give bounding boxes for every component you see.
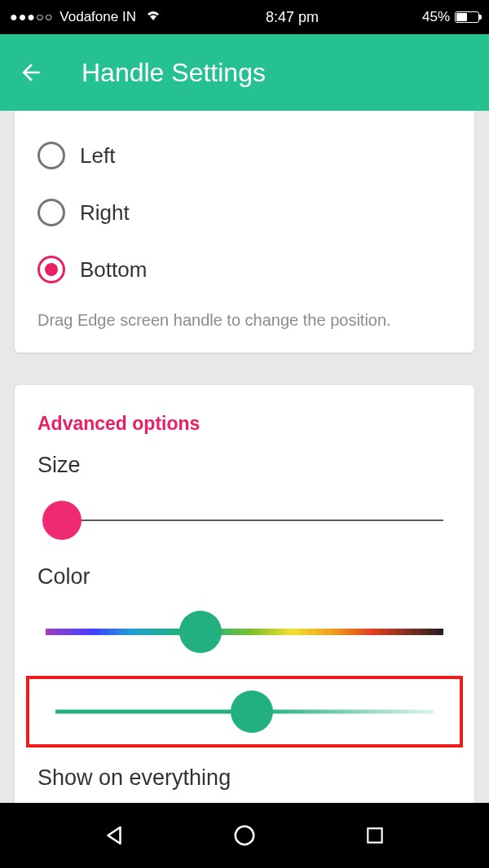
battery-percent: 45%: [422, 9, 450, 25]
wifi-icon: [144, 8, 162, 27]
position-hint: Drag Edge screen handle to change the po…: [37, 311, 452, 330]
radio-label: Bottom: [80, 257, 147, 283]
hue-slider[interactable]: [46, 612, 443, 651]
hue-track: [46, 629, 443, 635]
size-slider[interactable]: [46, 501, 443, 540]
status-bar: ●●●○○ Vodafone IN 8:47 pm 45%: [0, 0, 489, 34]
radio-icon-selected: [37, 256, 65, 283]
status-left: ●●●○○ Vodafone IN: [10, 8, 162, 27]
nav-back-button[interactable]: [98, 819, 130, 852]
advanced-section-title: Advanced options: [37, 413, 452, 435]
alpha-slider[interactable]: [55, 692, 434, 731]
radio-label: Right: [80, 200, 130, 226]
position-card: Left Right Bottom Drag Edge screen handl…: [15, 111, 474, 353]
color-label: Color: [37, 564, 452, 590]
radio-label: Left: [80, 143, 115, 169]
advanced-card: Advanced options Size Color Show on ever…: [15, 385, 474, 868]
size-label: Size: [37, 453, 452, 478]
highlight-annotation: [26, 676, 463, 747]
nav-recent-button[interactable]: [359, 819, 391, 852]
svg-rect-1: [368, 828, 381, 842]
signal-dots-icon: ●●●○○: [10, 10, 53, 24]
back-button[interactable]: [16, 58, 46, 87]
nav-home-button[interactable]: [228, 819, 261, 852]
battery-icon: [455, 11, 479, 23]
slider-track: [46, 519, 443, 521]
nav-bar: [0, 803, 489, 868]
status-time: 8:47 pm: [162, 9, 422, 26]
slider-thumb[interactable]: [42, 501, 82, 540]
slider-thumb[interactable]: [231, 690, 273, 733]
slider-thumb[interactable]: [179, 611, 222, 653]
page-title: Handle Settings: [82, 58, 266, 88]
carrier-label: Vodafone IN: [59, 9, 136, 25]
app-bar: Handle Settings: [0, 34, 489, 111]
radio-left[interactable]: Left: [37, 127, 452, 184]
show-everything-label: Show on everything: [37, 765, 452, 791]
radio-icon: [37, 142, 65, 169]
radio-icon: [37, 199, 65, 226]
radio-right[interactable]: Right: [37, 184, 452, 241]
radio-bottom[interactable]: Bottom: [37, 241, 452, 298]
status-right: 45%: [422, 9, 479, 25]
svg-point-0: [236, 826, 254, 845]
